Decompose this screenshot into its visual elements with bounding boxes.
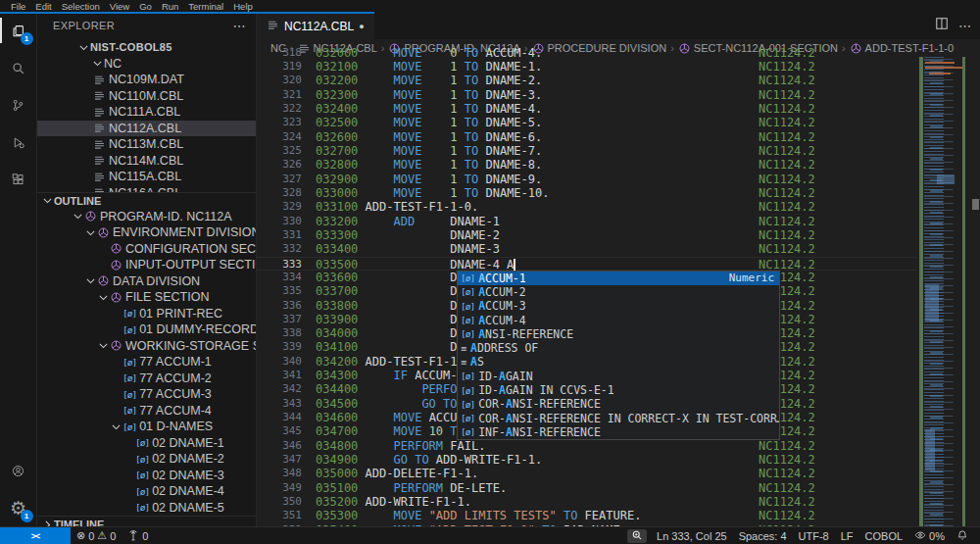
- ports-indicator[interactable]: 0: [122, 527, 154, 544]
- activity-search-icon[interactable]: [0, 49, 37, 86]
- file-row-nc113m.cbl[interactable]: NC113M.CBL: [37, 136, 256, 153]
- outline-item-77-accum-1[interactable]: [ø]77 ACCUM-1: [37, 354, 256, 371]
- code-line[interactable]: 319032100 MOVE 1 TO DNAME-1.NC1124.2: [257, 60, 917, 74]
- code-line[interactable]: 330033200 ADD DNAME-1NC1124.2: [257, 215, 917, 228]
- outline-item-01-print-rec[interactable]: [ø]01 PRINT-REC: [37, 306, 256, 322]
- outline-item-01-dummy-record[interactable]: [ø]01 DUMMY-RECORD: [37, 321, 256, 338]
- file-row-nc109m.dat[interactable]: NC109M.DAT: [37, 72, 256, 88]
- file-row-partial[interactable]: NC116A.CBL: [37, 185, 256, 192]
- code-line[interactable]: 324032600 MOVE 1 TO DNAME-6.NC1124.2: [257, 130, 917, 144]
- code-line[interactable]: 351035300 MOVE "ADD LIMITS TESTS" TO FEA…: [257, 509, 917, 522]
- file-row-nc115a.cbl[interactable]: NC115A.CBL: [37, 169, 256, 185]
- code-line[interactable]: 350035200 ADD-WRITE-F1-1.NC1124.2: [257, 495, 917, 509]
- eol-status[interactable]: LF: [835, 527, 859, 544]
- code-line[interactable]: 349035100 PERFORM DE-LETE.NC1124.2: [257, 481, 917, 495]
- menu-item-file[interactable]: File: [6, 1, 30, 12]
- code-line[interactable]: 318032000 MOVE 0 TO ACCUM-4.NC1124.2: [257, 46, 917, 60]
- outline-item-configuration-section[interactable]: CONFIGURATION SECTION: [37, 241, 256, 258]
- outline-item-02-dname-2[interactable]: [ø]02 DNAME-2: [37, 451, 256, 468]
- sequence-marker: NC1124.2: [759, 481, 815, 495]
- file-row-nc114m.cbl[interactable]: NC114M.CBL: [37, 153, 256, 170]
- code-line[interactable]: 346034800 PERFORM FAIL.NC1124.2: [257, 439, 917, 453]
- outline-item-file-section[interactable]: FILE SECTION: [37, 289, 256, 306]
- menu-item-help[interactable]: Help: [228, 1, 258, 12]
- suggest-item-ansi-reference[interactable]: [ø]ANSI-REFERENCE: [458, 327, 779, 341]
- code-line[interactable]: 323032500 MOVE 1 TO DNAME-5.NC1124.2: [257, 116, 917, 129]
- file-row-nc112a.cbl[interactable]: NC112A.CBL: [37, 121, 256, 137]
- indentation-status[interactable]: Spaces: 4: [733, 527, 793, 544]
- menu-item-run[interactable]: Run: [157, 1, 183, 12]
- outline-item-environment-division[interactable]: ENVIRONMENT DIVISION: [37, 224, 256, 241]
- split-editor-icon[interactable]: [935, 17, 949, 34]
- activity-source-control-icon[interactable]: [0, 86, 37, 124]
- outline-item-77-accum-3[interactable]: [ø]77 ACCUM-3: [37, 386, 256, 403]
- code-line[interactable]: 326032800 MOVE 1 TO DNAME-8.NC1124.2: [257, 158, 917, 172]
- suggest-item-accum-1[interactable]: [ø]ACCUM-1Numeric: [458, 272, 779, 285]
- suggest-item-cor-ansi-reference[interactable]: [ø]COR-ANSI-REFERENCE: [458, 397, 779, 411]
- outline-item-data-division[interactable]: DATA DIVISION: [37, 273, 256, 290]
- code-line[interactable]: 348035000 ADD-DELETE-F1-1.NC1124.2: [257, 467, 917, 480]
- code-line[interactable]: 322032400 MOVE 1 TO DNAME-4.NC1124.2: [257, 102, 917, 116]
- suggest-item-accum-4[interactable]: [ø]ACCUM-4: [458, 313, 779, 326]
- cursor-position-status[interactable]: Ln 333, Col 25: [651, 527, 733, 544]
- overview-ruler-cursor-marker[interactable]: [972, 199, 979, 210]
- workspace-root-row[interactable]: NIST-COBOL85: [37, 39, 256, 56]
- suggest-item-inf-ansi-reference[interactable]: [ø]INF-ANSI-REFERENCE: [458, 425, 779, 439]
- code-line[interactable]: 325032700 MOVE 1 TO DNAME-7.NC1124.2: [257, 144, 917, 158]
- code-line[interactable]: 329033100 ADD-TEST-F1-1-0.NC1124.2: [257, 200, 917, 214]
- minimap[interactable]: [917, 57, 970, 526]
- code-line[interactable]: 347034900 GO TO ADD-WRITE-F1-1.NC1124.2: [257, 453, 917, 467]
- language-mode-status[interactable]: COBOL: [859, 527, 909, 544]
- code-line[interactable]: 332033400 DNAME-3NC1124.2: [257, 242, 917, 256]
- timeline-section-header[interactable]: TIMELINE: [37, 516, 256, 526]
- outline-item-program-id-nc112a[interactable]: PROGRAM-ID. NC112A: [37, 209, 256, 225]
- outline-item-02-dname-3[interactable]: [ø]02 DNAME-3: [37, 468, 256, 484]
- editor-more-actions-icon[interactable]: ⋯: [958, 19, 972, 33]
- activity-account-icon[interactable]: [0, 452, 37, 489]
- encoding-status[interactable]: UTF-8: [793, 527, 835, 544]
- zoom-status-button[interactable]: [627, 529, 647, 543]
- file-row-nc110m.cbl[interactable]: NC110M.CBL: [37, 88, 256, 105]
- menu-item-selection[interactable]: Selection: [57, 1, 105, 12]
- outline-item-input-output-section[interactable]: INPUT-OUTPUT SECTION: [37, 257, 256, 273]
- outline-item-77-accum-2[interactable]: [ø]77 ACCUM-2: [37, 371, 256, 387]
- outline-item-01-d-names[interactable]: [ø]01 D-NAMES: [37, 419, 256, 435]
- suggest-item-accum-2[interactable]: [ø]ACCUM-2: [458, 285, 779, 299]
- menu-item-view[interactable]: View: [105, 1, 134, 12]
- code-line[interactable]: 327032900 MOVE 1 TO DNAME-9.NC1124.2: [257, 173, 917, 186]
- menu-item-go[interactable]: Go: [134, 1, 157, 12]
- activity-files-icon[interactable]: 1: [0, 12, 37, 49]
- problems-indicator[interactable]: ⊗ 0 ⚠ 0: [71, 527, 122, 544]
- explorer-more-actions-icon[interactable]: ⋯: [233, 19, 246, 33]
- remote-indicator[interactable]: ><: [0, 527, 71, 544]
- suggest-item-cor-ansi-reference-in-correct-x-in-test-corr-[interactable]: [ø]COR-ANSI-REFERENCE IN CORRECT-X IN TE…: [458, 411, 779, 424]
- sidebar-explorer: EXPLORER ⋯ NIST-COBOL85 NC NC109M.DATNC1…: [37, 12, 257, 526]
- tab-nc112a[interactable]: NC112A.CBL ●: [257, 12, 374, 39]
- code-line[interactable]: 321032300 MOVE 1 TO DNAME-3.NC1124.2: [257, 88, 917, 102]
- code-line[interactable]: 320032200 MOVE 1 TO DNAME-2.NC1124.2: [257, 74, 917, 87]
- suggest-item-accum-3[interactable]: [ø]ACCUM-3: [458, 299, 779, 313]
- screencast-status[interactable]: 0%: [908, 527, 951, 544]
- modified-dot-icon[interactable]: ●: [359, 22, 364, 31]
- menu-item-terminal[interactable]: Terminal: [183, 1, 228, 12]
- code-line[interactable]: 333033500 DNAME-4 ANC1124.2: [257, 257, 917, 271]
- notifications-bell[interactable]: [951, 527, 974, 544]
- menu-item-edit[interactable]: Edit: [30, 1, 56, 12]
- outline-item-02-dname-5[interactable]: [ø]02 DNAME-5: [37, 500, 256, 517]
- activity-settings-gear-icon[interactable]: ⚙1: [0, 489, 37, 526]
- activity-extensions-icon[interactable]: [0, 161, 37, 198]
- file-row-nc111a.cbl[interactable]: NC111A.CBL: [37, 104, 256, 121]
- suggest-item-id-again[interactable]: [ø]ID-AGAIN: [458, 370, 779, 383]
- suggest-item-id-again-in-ccvs-e-1[interactable]: [ø]ID-AGAIN IN CCVS-E-1: [458, 383, 779, 397]
- folder-row-nc[interactable]: NC: [37, 56, 256, 73]
- outline-item-77-accum-4[interactable]: [ø]77 ACCUM-4: [37, 403, 256, 420]
- outline-item-02-dname-4[interactable]: [ø]02 DNAME-4: [37, 483, 256, 500]
- outline-item-02-dname-1[interactable]: [ø]02 DNAME-1: [37, 435, 256, 452]
- outline-item-working-storage-section[interactable]: WORKING-STORAGE SECTION: [37, 338, 256, 355]
- code-line[interactable]: 331033300 DNAME-2NC1124.2: [257, 228, 917, 242]
- suggest-item-as[interactable]: ≡AS: [458, 355, 779, 369]
- outline-section-header[interactable]: OUTLINE: [37, 192, 256, 209]
- code-line[interactable]: 328033000 MOVE 1 TO DNAME-10.NC1124.2: [257, 186, 917, 200]
- activity-run-debug-icon[interactable]: [0, 124, 37, 161]
- suggest-item-address-of[interactable]: ≡ADDRESS OF: [458, 341, 779, 355]
